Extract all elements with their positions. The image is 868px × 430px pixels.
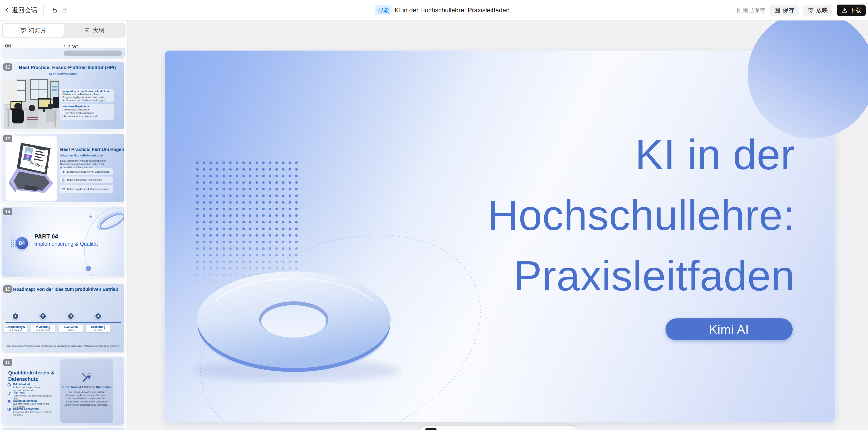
scales-icon — [7, 391, 11, 395]
outline-icon — [84, 27, 90, 33]
thumb14-part-circle: 04 — [16, 237, 28, 249]
redo-icon — [61, 7, 68, 14]
thumb12-bullet: • Verbesserte Codequalität — [62, 108, 112, 111]
thumb15-timeline — [5, 322, 121, 323]
smart-mode-badge: 智能 — [375, 5, 392, 15]
top-toolbar: 返回会话 智能 KI in der Hochschullehre: Praxis… — [0, 0, 868, 21]
slides-sidebar: 幻灯片 大纲 1 / 20 12 Best Practice: Hasso-Pl… — [0, 21, 128, 430]
thumb13-title: Best Practice: FernUni Hagen — [60, 147, 124, 152]
sidebar-view-tabs: 幻灯片 大纲 — [2, 23, 126, 38]
database-icon — [7, 399, 11, 403]
tab-slides-label: 幻灯片 — [29, 26, 46, 34]
present-label: 放映 — [816, 6, 828, 14]
step-label: Skalierungab 2. Jahr — [86, 325, 110, 332]
slide-number-badge: 16 — [3, 359, 12, 366]
thumbnail-slide-12[interactable]: 12 Best Practice: Hasso-Plattner-Institu… — [2, 61, 125, 130]
save-icon — [774, 7, 780, 13]
redo-button[interactable] — [60, 5, 70, 15]
thumbnail-slide-17-partial[interactable] — [2, 428, 125, 430]
laptop-illustration: 2x+2y = 12 — [6, 136, 57, 201]
slide-number-badge: 15 — [3, 285, 12, 293]
thumb13-pill-mentors: Halbierung der Mentor*innen-Belastung — [60, 185, 113, 193]
back-label: 返回会话 — [12, 6, 37, 14]
back-to-conversation-button[interactable]: 返回会话 — [4, 6, 37, 14]
step-circle: 1 — [12, 313, 19, 319]
thumbnail-slide-11-partial[interactable] — [2, 48, 125, 58]
thumbnail-slide-14[interactable]: 14 04 PART 04 Implementierung & Qualität — [2, 206, 125, 278]
ai-assistant-icon — [425, 428, 437, 430]
thumb12-card2-title: Messbare Ergebnisse — [62, 105, 112, 108]
download-button[interactable]: 下载 — [837, 5, 866, 16]
tab-outline-label: 大纲 — [93, 26, 104, 34]
step-circle: 4 — [95, 313, 101, 319]
thumb13-pill-satisfaction: Hohe studentische Zufriedenheit — [60, 177, 113, 183]
thumb16-title: Qualitätskriterien & Datenschutz — [8, 370, 58, 382]
blue-circle-decoration — [748, 11, 868, 139]
slide-title-line: Praxisleitfaden — [248, 246, 795, 306]
save-label: 保存 — [783, 6, 795, 14]
thumb12-card1-title: Integration in das Software-Praktikum — [62, 90, 112, 93]
chevron-left-icon — [4, 7, 10, 13]
people-group-icon — [62, 187, 65, 191]
thumbnail-slide-16[interactable]: 16 Qualitätskriterien & Datenschutz Erkl… — [2, 357, 125, 425]
slide-number-badge: 13 — [3, 135, 12, 142]
thumb14-part-title: Implementierung & Qualität — [34, 241, 98, 247]
thumb12-card1-body: KI-basierte Code-Reviews und Pair-Progra… — [62, 93, 112, 102]
thumb13-pill-success: Erhöhte Erfolgsquoten im Eignungstest — [60, 168, 113, 175]
download-icon — [841, 7, 847, 13]
slide-canvas[interactable]: KI in der Hochschullehre: Praxisleitfade… — [165, 51, 835, 422]
slide-number-badge: 14 — [3, 208, 12, 215]
thumbnail-11-content-block — [64, 51, 122, 56]
thumbnail-slide-15[interactable]: 15 Roadmap: Von der Idee zum produktiven… — [2, 283, 125, 352]
audit-tools-panel: Audit-Tools & Ethische Richtlinien Der E… — [60, 359, 113, 423]
shield-icon — [7, 407, 11, 411]
target-icon — [7, 383, 11, 387]
ai-input-bar[interactable] — [419, 426, 579, 430]
thumb13-body: Ein KI-getriebener Vorkurs passt sich du… — [60, 159, 113, 169]
slide-number-badge: 12 — [3, 63, 12, 71]
thumb14-part-label: PART 04 — [34, 233, 58, 240]
download-label: 下载 — [849, 6, 861, 14]
undo-icon — [51, 7, 58, 14]
quality-item-data-minimisation: DatensparsamkeitNur notwendige Daten erh… — [7, 399, 57, 408]
person-check-icon — [62, 170, 65, 174]
quality-item-fairness: FairnessVerhinderung von Diskriminierung… — [7, 391, 57, 400]
presentation-screen-icon — [808, 7, 814, 13]
present-button[interactable]: 放映 — [803, 5, 832, 16]
save-button[interactable]: 保存 — [770, 5, 799, 16]
thumb12-bullet: • Hohe studentische Akzeptanz — [62, 111, 112, 115]
thumb15-footnote: Eine strukturierte Vorgehensweise hilft,… — [7, 345, 120, 347]
thumb12-title: Best Practice: Hasso-Plattner-Institut (… — [12, 65, 123, 70]
quality-item-gdpr: DSGVO-KonformitätEinhaltung aller datens… — [7, 407, 57, 417]
slide-title[interactable]: KI in der Hochschullehre: Praxisleitfade… — [248, 124, 795, 306]
thumb13-subtitle: Adaptive Mathe-Brückenkurse — [60, 154, 103, 157]
thumb15-title: Roadmap: Von der Idee zum produktiven Be… — [9, 287, 122, 292]
toolbar-divider — [43, 6, 44, 14]
crossed-tools-icon — [82, 372, 92, 382]
thumb12-card-results: Messbare Ergebnisse • Verbesserte Codequ… — [60, 104, 114, 120]
thumb12-subtitle: KI im Softwarelabor — [2, 72, 124, 75]
step-label: Bedarfsanalyseca. 2-4 Wochen — [4, 325, 27, 332]
autosave-status: 刚刚已保存 — [737, 7, 765, 14]
step-label: Pilotierungca. 1-2 Semester — [31, 325, 55, 332]
document-title[interactable]: KI in der Hochschullehre: Praxisleitfade… — [395, 7, 509, 14]
panel-title: Audit-Tools & Ethische Richtlinien — [60, 386, 113, 389]
slide-title-line: KI in der — [248, 124, 795, 185]
panel-body: Der Einsatz von Audit-Tools und die Form… — [60, 391, 113, 406]
brand-button[interactable]: Kimi AI — [665, 318, 793, 340]
tab-outline[interactable]: 大纲 — [64, 24, 125, 37]
step-circle: 2 — [40, 313, 46, 319]
tab-slides[interactable]: 幻灯片 — [3, 24, 64, 37]
step-label: Evaluationlaufend — [59, 325, 83, 332]
slide-title-line: Hochschullehre: — [248, 185, 795, 246]
quality-item-explainability: ErklärbarkeitKI-Entscheidungen müssen na… — [7, 383, 57, 392]
thumb12-bullet: • Praxisnähe an Industriestandards — [62, 115, 112, 118]
undo-button[interactable] — [50, 5, 60, 15]
step-circle: 3 — [67, 313, 74, 319]
thumbnail-slide-13[interactable]: 13 2x+2y = 12 Best Practice: FernUni Hag… — [2, 133, 125, 203]
slides-icon — [20, 27, 26, 33]
thumb12-card-integration: Integration in das Software-Praktikum KI… — [60, 89, 114, 102]
smiley-icon — [62, 178, 65, 182]
classroom-photo — [4, 79, 59, 129]
